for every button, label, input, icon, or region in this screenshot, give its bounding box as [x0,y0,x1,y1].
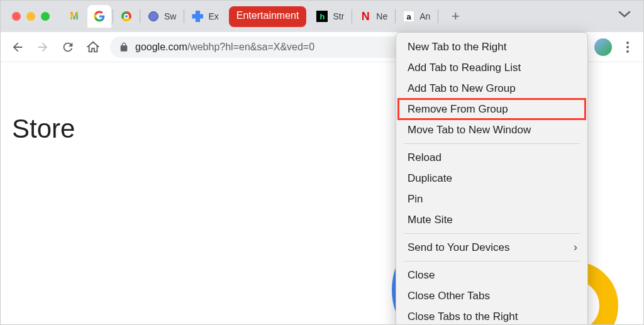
tab-label: Sw [164,11,176,21]
menu-add-reading-list[interactable]: Add Tab to Reading List [396,57,587,78]
tab-extensions[interactable]: Ex [186,5,225,28]
menu-new-tab-right[interactable]: New Tab to the Right [396,36,587,57]
menu-remove-from-group[interactable]: Remove From Group [398,99,586,119]
menu-reload[interactable]: Reload [396,147,587,168]
menu-close-other[interactable]: Close Other Tabs [396,285,587,306]
tab-overflow-button[interactable] [618,9,631,21]
menu-separator [404,261,580,262]
close-window-button[interactable] [12,12,21,21]
lock-icon [119,42,129,52]
menu-add-new-group[interactable]: Add Tab to New Group [396,78,587,99]
menu-mute-site[interactable]: Mute Site [396,209,587,230]
menu-close[interactable]: Close [396,265,587,285]
chevron-right-icon: › [574,241,577,254]
tab-hulu[interactable]: h Str [310,5,350,28]
tab-separator [395,9,396,23]
store-link[interactable]: Store [12,114,75,144]
forward-button[interactable] [35,39,51,55]
tab-separator [352,9,352,23]
chrome-menu-button[interactable] [621,41,635,53]
tab-separator [184,9,184,23]
home-button[interactable] [85,39,101,55]
tab-context-menu: New Tab to the Right Add Tab to Reading … [396,32,588,325]
tab-strip: M Sw Ex Entertainment h Str N Ne a An + [1,1,643,32]
tab-separator [438,9,438,23]
url-text: google.com/webhp?hl=en&sa=X&ved=0 [135,41,314,53]
globe-icon [148,11,159,22]
tab-label: Ex [208,11,218,21]
chrome-icon [121,11,132,22]
window-controls [4,12,61,21]
tab-label: Ne [376,11,387,21]
tab-netflix[interactable]: N Ne [353,5,394,28]
maximize-window-button[interactable] [41,12,50,21]
extension-icon [192,11,203,22]
hulu-icon: h [316,11,328,22]
tab-safari[interactable]: Sw [142,5,182,28]
menu-label: Send to Your Devices [408,241,510,254]
netflix-icon: N [360,11,371,22]
new-tab-button[interactable]: + [446,7,465,26]
tab-label: Str [333,11,344,21]
menu-move-new-window[interactable]: Move Tab to New Window [396,119,587,140]
tab-gmail[interactable]: M [62,5,86,28]
menu-duplicate[interactable]: Duplicate [396,168,587,189]
profile-avatar[interactable] [594,38,612,56]
tab-amazon[interactable]: a An [397,5,436,28]
tab-chrome[interactable] [114,5,138,28]
menu-separator [404,233,580,234]
menu-send-devices[interactable]: Send to Your Devices › [396,237,587,258]
tab-label: An [419,11,430,21]
reload-button[interactable] [60,39,76,55]
tab-separator [140,9,140,23]
gmail-icon: M [69,11,80,22]
tab-group-entertainment[interactable]: Entertainment [229,6,307,27]
menu-close-right[interactable]: Close Tabs to the Right [396,306,587,325]
tab-separator [113,9,113,23]
amazon-icon: a [403,11,414,22]
tab-google[interactable] [87,5,111,28]
menu-separator [404,143,580,144]
back-button[interactable] [9,39,26,55]
minimize-window-button[interactable] [26,12,35,21]
menu-pin[interactable]: Pin [396,189,587,209]
google-icon [94,11,105,22]
